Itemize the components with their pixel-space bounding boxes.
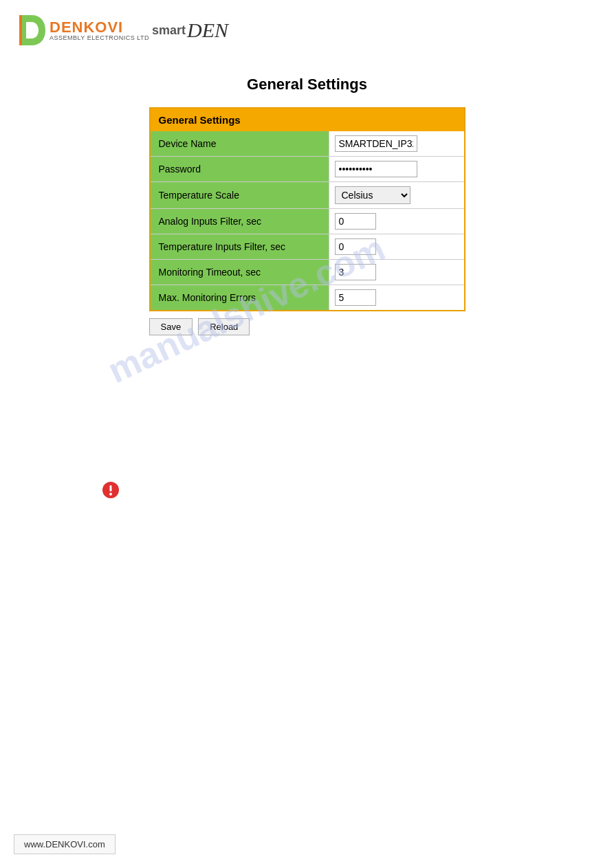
logo-text: DENKOVI ASSEMBLY ELECTRONICS LTD [50, 20, 149, 41]
label-monitoring-timeout: Monitoring Timeout, sec [151, 260, 329, 285]
button-row: Save Reload [149, 318, 465, 335]
input-monitoring-timeout[interactable] [335, 264, 376, 280]
table-header: General Settings [151, 109, 464, 131]
label-device-name: Device Name [151, 131, 329, 156]
smart-text: smart [152, 23, 186, 38]
table-row: Monitoring Timeout, sec [151, 260, 464, 285]
label-max-errors: Max. Monitoring Errors [151, 285, 329, 310]
value-password [329, 157, 464, 181]
value-device-name [329, 131, 464, 156]
den-text: DEN [187, 19, 228, 42]
denkovi-d-logo [14, 12, 50, 48]
denkovi-wordmark: DENKOVI [50, 20, 149, 35]
reload-button[interactable]: Reload [198, 318, 250, 335]
input-max-errors[interactable] [335, 289, 376, 306]
svg-point-2 [109, 493, 112, 496]
value-analog-filter [329, 209, 464, 234]
input-password[interactable] [335, 161, 417, 177]
label-analog-filter: Analog Inputs Filter, sec [151, 209, 329, 234]
table-row: Device Name [151, 131, 464, 157]
label-temp-filter: Temperature Inputs Filter, sec [151, 234, 329, 259]
table-row: Password [151, 157, 464, 182]
logo-container: DENKOVI ASSEMBLY ELECTRONICS LTD smart D… [14, 12, 600, 48]
page-title: General Settings [0, 76, 614, 93]
error-icon [102, 481, 120, 499]
input-device-name[interactable] [335, 135, 417, 152]
value-temp-filter [329, 234, 464, 259]
value-max-errors [329, 285, 464, 310]
assembly-text: ASSEMBLY ELECTRONICS LTD [50, 35, 149, 41]
select-temperature-scale[interactable]: Celsius Fahrenheit [335, 186, 410, 204]
input-temp-filter[interactable] [335, 238, 376, 255]
header: DENKOVI ASSEMBLY ELECTRONICS LTD smart D… [0, 0, 614, 55]
save-button[interactable]: Save [149, 318, 193, 335]
settings-container: General Settings Device Name Password Te… [149, 107, 465, 335]
table-row: Max. Monitoring Errors [151, 285, 464, 310]
settings-table: General Settings Device Name Password Te… [149, 107, 465, 311]
table-row: Analog Inputs Filter, sec [151, 209, 464, 234]
svg-rect-1 [110, 485, 112, 491]
table-row: Temperature Inputs Filter, sec [151, 234, 464, 260]
value-monitoring-timeout [329, 260, 464, 285]
label-temperature-scale: Temperature Scale [151, 182, 329, 208]
value-temperature-scale: Celsius Fahrenheit [329, 182, 464, 208]
label-password: Password [151, 157, 329, 181]
footer: www.DENKOVI.com [14, 834, 116, 854]
table-row: Temperature Scale Celsius Fahrenheit [151, 182, 464, 209]
input-analog-filter[interactable] [335, 213, 376, 230]
